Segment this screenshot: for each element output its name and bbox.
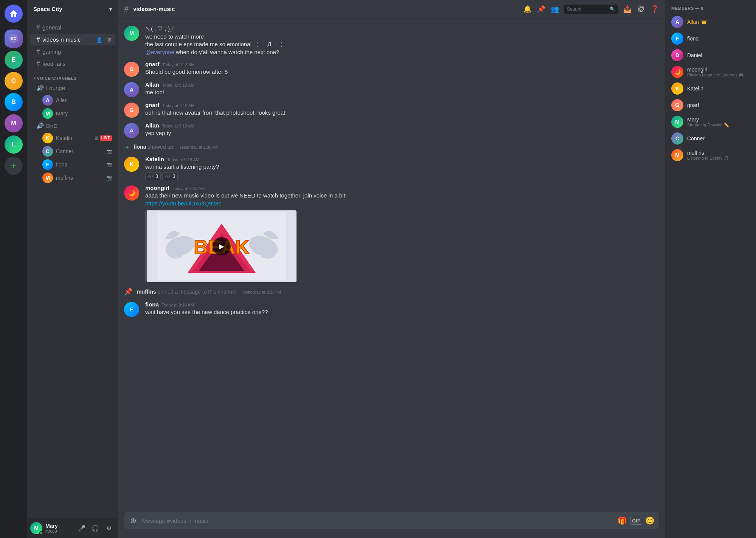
- message-author-allan2[interactable]: Allan: [145, 122, 159, 129]
- server-sidebar: SC E G B M L +: [0, 0, 27, 538]
- emoji-icon[interactable]: 😊: [645, 516, 655, 525]
- member-info-conner: Conner: [687, 135, 705, 141]
- message-timestamp-katelin: Today at 9:18 AM: [167, 157, 199, 162]
- voice-member-allan-name: Allan: [56, 97, 112, 103]
- voice-member-conner[interactable]: C Conner 📷: [30, 145, 115, 158]
- message-header-allan2: Allan Today at 9:18 AM: [145, 122, 659, 129]
- message-author-allan1[interactable]: Allan: [145, 81, 159, 88]
- voice-member-muffins-name: muffins: [56, 175, 103, 181]
- bell-icon[interactable]: 🔔: [523, 5, 532, 14]
- member-item-gnarf[interactable]: G gnarf: [668, 97, 753, 114]
- add-members-icon[interactable]: 👤+: [96, 37, 106, 43]
- message-input-field[interactable]: [142, 518, 613, 524]
- messages-area[interactable]: M ＼( ; ▽ ; )／ we need to watch more the …: [118, 18, 665, 512]
- member-name-mary: Mary: [687, 117, 729, 123]
- deafen-button[interactable]: 🎧: [89, 522, 101, 534]
- voice-channel-dnd[interactable]: 🔊 DnD: [30, 120, 115, 131]
- pin-author[interactable]: muffins: [137, 289, 156, 295]
- members-icon[interactable]: 👥: [550, 5, 559, 14]
- message-text-fiona: wait have you see the new dance practice…: [145, 308, 659, 316]
- channel-videos-n-music[interactable]: # videos-n-music 👤+ ⚙: [30, 34, 115, 45]
- home-server-icon[interactable]: [5, 5, 23, 23]
- voice-member-fiona-name: fiona: [56, 162, 103, 168]
- moongirl-link[interactable]: https://youtu.be/OiDx6aQ928o: [145, 200, 222, 207]
- reaction-2[interactable]: 🎶 3: [162, 172, 178, 180]
- voice-channel-dnd-name: DnD: [46, 123, 57, 129]
- channels-list: # general # videos-n-music 👤+ ⚙ # gaming…: [27, 18, 118, 518]
- main-content: # videos-n-music 🔔 📌 👥 Search 🔍 📥 @ ❓ M …: [118, 0, 665, 538]
- voice-member-fiona[interactable]: F fiona 📷: [30, 158, 115, 171]
- pin-action-text: pinned a message to this channel.: [157, 289, 238, 295]
- member-name-fiona: fiona: [687, 36, 699, 42]
- settings-icon[interactable]: ⚙: [107, 37, 112, 43]
- pin-icon[interactable]: 📌: [537, 5, 546, 14]
- reactions-katelin: 🎶 3 🎶 3: [145, 172, 659, 180]
- voice-member-fiona-icons: 📷: [106, 162, 112, 167]
- add-server-button[interactable]: +: [5, 157, 23, 175]
- server-icon-6[interactable]: L: [5, 135, 23, 154]
- member-name-muffins: muffins: [687, 150, 729, 156]
- message-content-gnarf1: gnarf Today at 9:18 AM Should be good to…: [145, 61, 659, 77]
- voice-member-katelin[interactable]: K Katelin 🖥 LIVE: [30, 132, 115, 145]
- inbox-icon[interactable]: 📥: [623, 5, 632, 14]
- members-sidebar: MEMBERS — 9 A Allan 👑 F fiona D Daniel: [665, 0, 756, 538]
- member-item-allan[interactable]: A Allan 👑: [668, 14, 753, 30]
- user-avatar-container: M: [30, 522, 42, 534]
- message-avatar-allan1: A: [124, 82, 139, 97]
- server-icon-2[interactable]: E: [5, 51, 23, 69]
- search-bar[interactable]: Search 🔍: [564, 5, 618, 14]
- member-avatar-moongirl-sidebar: 🌙: [671, 66, 683, 78]
- voice-member-muffins[interactable]: M muffins 📷: [30, 171, 115, 184]
- message-timestamp-gnarf1: Today at 9:18 AM: [163, 62, 195, 67]
- channel-name-food: food-fails: [42, 61, 65, 67]
- message-author-fiona[interactable]: fiona: [145, 301, 159, 308]
- mute-button[interactable]: 🎤: [76, 522, 88, 534]
- voice-category-label: VOICE CHANNELS: [37, 76, 77, 81]
- server-icon-5[interactable]: M: [5, 114, 23, 132]
- members-header: MEMBERS — 9: [668, 6, 753, 14]
- voice-member-mary[interactable]: M Mary: [30, 107, 115, 120]
- server-icon-1[interactable]: SC: [5, 30, 23, 48]
- channel-general[interactable]: # general: [30, 22, 115, 33]
- message-author-gnarf1[interactable]: gnarf: [145, 61, 160, 67]
- member-item-mary[interactable]: M Mary Streaming Drawing ✏️: [668, 114, 753, 130]
- voice-category-header[interactable]: ▾ VOICE CHANNELS: [27, 70, 118, 82]
- mention-icon[interactable]: @: [636, 5, 646, 14]
- user-controls: 🎤 🎧 ⚙: [76, 522, 115, 534]
- member-item-moongirl[interactable]: 🌙 moongirl Playing League of Legends 🎮: [668, 64, 753, 80]
- member-avatar-katelin-sidebar: K: [671, 82, 683, 95]
- video-embed[interactable]: BEAK ▶: [145, 210, 297, 282]
- member-info-allan: Allan 👑: [687, 19, 707, 25]
- channel-gaming[interactable]: # gaming: [30, 46, 115, 58]
- member-info-mary: Mary Streaming Drawing ✏️: [687, 117, 729, 128]
- add-file-button[interactable]: ⊕: [129, 516, 138, 525]
- voice-member-katelin-icons: 🖥 LIVE: [94, 135, 112, 141]
- channel-header-name: videos-n-music: [133, 6, 175, 12]
- server-header[interactable]: Space City ▾: [27, 0, 118, 18]
- user-settings-button[interactable]: ⚙: [103, 522, 115, 534]
- gif-button[interactable]: GIF: [630, 517, 642, 525]
- embed-image[interactable]: BEAK ▶: [147, 210, 297, 282]
- server-icon-4[interactable]: B: [5, 93, 23, 111]
- pin-timestamp: Yesterday at 2:38PM: [242, 290, 281, 294]
- message-text-allan1: me too!: [145, 89, 659, 96]
- voice-channel-lounge[interactable]: 🔊 Lounge: [30, 82, 115, 93]
- message-author-moongirl[interactable]: moongirl: [145, 185, 169, 191]
- channel-food-fails[interactable]: # food-fails: [30, 58, 115, 70]
- message-author-gnarf2[interactable]: gnarf: [145, 102, 160, 108]
- gift-icon[interactable]: 🎁: [618, 516, 627, 525]
- reaction-1[interactable]: 🎶 3: [145, 172, 161, 180]
- member-item-daniel[interactable]: D Daniel: [668, 47, 753, 64]
- member-item-muffins[interactable]: M muffins Listening to Spotify 🎵: [668, 147, 753, 163]
- member-info-moongirl: moongirl Playing League of Legends 🎮: [687, 67, 744, 78]
- user-name: Mary: [45, 523, 73, 529]
- message-author-katelin[interactable]: Katelin: [145, 156, 164, 162]
- live-badge: LIVE: [100, 135, 112, 141]
- voice-member-allan[interactable]: A Allan: [30, 94, 115, 107]
- help-icon[interactable]: ❓: [650, 5, 659, 14]
- fiona-join-name[interactable]: fiona: [134, 144, 146, 150]
- member-item-conner[interactable]: C Conner: [668, 130, 753, 147]
- server-icon-3[interactable]: G: [5, 72, 23, 90]
- member-item-fiona[interactable]: F fiona: [668, 30, 753, 47]
- member-item-katelin[interactable]: K Katelin: [668, 80, 753, 97]
